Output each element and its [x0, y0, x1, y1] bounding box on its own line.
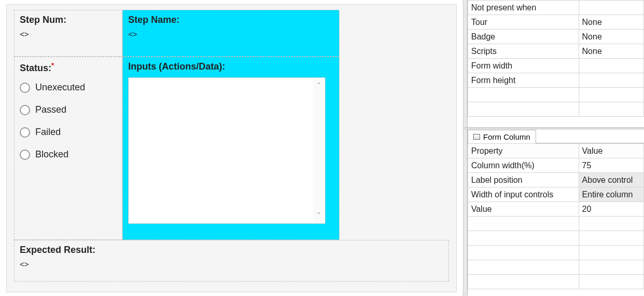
radio-item-passed[interactable]: Passed [20, 104, 117, 115]
radio-label: Unexecuted [35, 82, 85, 93]
form-column-icon [473, 134, 480, 140]
radio-label: Blocked [35, 149, 68, 160]
radio-item-blocked[interactable]: Blocked [20, 149, 117, 160]
chevron-down-icon: ˅ [317, 212, 321, 219]
prop-value[interactable]: None [579, 15, 643, 30]
radio-icon [20, 150, 30, 160]
prop-row[interactable]: Column width(%)75 [468, 158, 644, 173]
step-num-label: Step Num: [20, 15, 117, 25]
prop-value[interactable]: None [579, 30, 643, 44]
prop-row[interactable]: Label positionAbove control [468, 173, 644, 187]
radio-icon [20, 83, 30, 93]
prop-value[interactable]: None [579, 44, 643, 59]
prop-row[interactable]: BadgeNone [468, 30, 644, 44]
tabs: Form Column [468, 129, 644, 143]
prop-row[interactable]: TourNone [468, 15, 644, 30]
chevron-up-icon: ˄ [317, 82, 321, 89]
field-step-num[interactable]: Step Num: <> [14, 10, 122, 57]
radio-item-unexecuted[interactable]: Unexecuted [20, 82, 117, 93]
radio-label: Passed [35, 104, 66, 115]
prop-key: Scripts [468, 44, 579, 59]
radio-item-failed[interactable]: Failed [20, 127, 117, 138]
prop-row-empty [468, 102, 644, 117]
expected-result-value: <> [20, 260, 443, 268]
radio-icon [20, 127, 30, 138]
prop-row[interactable]: Form width [468, 59, 644, 73]
radio-icon [20, 105, 30, 115]
prop-row-empty [468, 260, 644, 275]
prop-header-value: Value [579, 144, 643, 158]
upper-property-grid: Not present when TourNone BadgeNone Scri… [468, 0, 644, 117]
field-inputs[interactable]: Inputs (Actions/Data): ˄ ˅ [122, 57, 339, 240]
form-designer-canvas: Step Num: <> Step Name: <> Status:* Unex… [0, 0, 463, 296]
splitter-vertical[interactable] [463, 129, 468, 296]
prop-row-empty [468, 217, 644, 231]
prop-key: Tour [468, 15, 579, 30]
prop-key: Value [468, 202, 579, 217]
splitter-vertical[interactable] [463, 0, 468, 127]
prop-value[interactable] [579, 1, 643, 15]
prop-row-empty [468, 88, 644, 102]
prop-row-empty [468, 231, 644, 246]
prop-row[interactable]: ScriptsNone [468, 44, 644, 59]
prop-value[interactable] [579, 73, 643, 88]
prop-value[interactable]: Entire column [579, 187, 643, 202]
field-status[interactable]: Status:* Unexecuted Passed Failed [14, 57, 122, 240]
prop-value[interactable]: Above control [579, 173, 643, 187]
field-step-name[interactable]: Step Name: <> [122, 10, 339, 57]
prop-row[interactable]: Not present when [468, 1, 644, 15]
form-container: Step Num: <> Step Name: <> Status:* Unex… [6, 4, 457, 292]
radio-label: Failed [35, 127, 61, 138]
field-expected-result[interactable]: Expected Result: <> [14, 240, 449, 281]
step-num-value: <> [20, 30, 117, 38]
required-asterisk-icon: * [51, 61, 54, 69]
prop-header: Property Value [468, 144, 644, 158]
prop-header-key: Property [468, 144, 579, 158]
prop-key: Form height [468, 73, 579, 88]
inputs-textarea[interactable]: ˄ ˅ [128, 77, 325, 224]
inputs-label: Inputs (Actions/Data): [128, 61, 334, 72]
status-label: Status:* [20, 61, 117, 74]
prop-row[interactable]: Form height [468, 73, 644, 88]
prop-row[interactable]: Value20 [468, 202, 644, 217]
prop-row-empty [468, 246, 644, 260]
prop-key: Column width(%) [468, 158, 579, 173]
textarea-scrollbar[interactable]: ˄ ˅ [313, 79, 324, 222]
properties-panel: Not present when TourNone BadgeNone Scri… [463, 0, 644, 296]
prop-key: Label position [468, 173, 579, 187]
status-radio-group: Unexecuted Passed Failed Blocked [20, 82, 117, 160]
prop-row-empty [468, 275, 644, 289]
prop-value[interactable]: 20 [579, 202, 643, 217]
prop-key: Not present when [468, 1, 579, 15]
prop-row[interactable]: Width of input controlsEntire column [468, 187, 644, 202]
step-name-value: <> [128, 30, 334, 38]
tab-label: Form Column [483, 132, 530, 141]
tab-form-column[interactable]: Form Column [468, 130, 536, 143]
expected-result-label: Expected Result: [20, 245, 443, 255]
prop-key: Form width [468, 59, 579, 73]
step-name-label: Step Name: [128, 15, 334, 25]
prop-value[interactable] [579, 59, 643, 73]
lower-property-grid: Property Value Column width(%)75 Label p… [468, 143, 644, 289]
prop-key: Width of input controls [468, 187, 579, 202]
prop-key: Badge [468, 30, 579, 44]
prop-value[interactable]: 75 [579, 158, 643, 173]
